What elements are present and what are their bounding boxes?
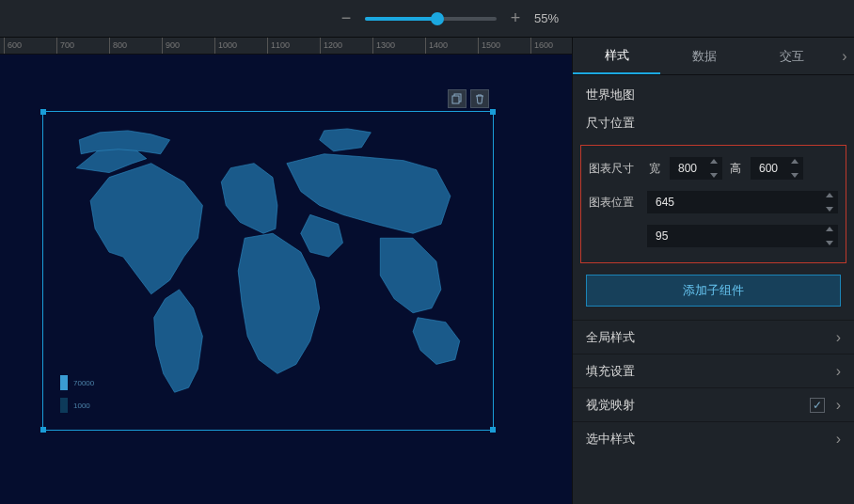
- section-fill-settings[interactable]: 填充设置 ›: [573, 354, 854, 387]
- main-area: 6007008009001000110012001300140015001600: [0, 38, 854, 504]
- ruler-tick: 1400: [425, 38, 448, 54]
- ruler-tick: 1500: [478, 38, 500, 54]
- world-map-component[interactable]: 70000 1000: [42, 111, 494, 431]
- zoom-percent-label: 55%: [534, 11, 559, 25]
- tabs-more-button[interactable]: ›: [835, 38, 854, 74]
- pos-x-input[interactable]: [647, 191, 838, 213]
- global-style-label: 全局样式: [586, 329, 635, 346]
- top-toolbar: − + 55%: [0, 0, 854, 38]
- height-label: 高: [730, 161, 741, 177]
- pos-y-input[interactable]: [647, 225, 838, 247]
- select-style-label: 选中样式: [586, 431, 635, 448]
- chart-size-row: 图表尺寸 宽 高: [589, 151, 838, 185]
- panel-tabs: 样式 数据 交互 ›: [573, 38, 854, 75]
- chart-pos-y-row: [589, 219, 838, 253]
- ruler-tick: 900: [162, 38, 180, 54]
- chart-pos-x-row: 图表位置: [589, 185, 838, 219]
- height-stepper[interactable]: [788, 159, 801, 178]
- ruler-tick: 1000: [214, 38, 237, 54]
- delete-icon[interactable]: [470, 89, 489, 108]
- resize-handle-bl[interactable]: [40, 427, 46, 433]
- tab-interaction[interactable]: 交互: [748, 38, 835, 74]
- legend-min-label: 1000: [73, 402, 90, 410]
- section-visual-map[interactable]: 视觉映射 ✓ ›: [573, 387, 854, 421]
- map-legend: 70000 1000: [60, 375, 94, 413]
- size-position-group: 图表尺寸 宽 高 图表位置: [580, 145, 846, 263]
- resize-handle-tl[interactable]: [40, 109, 46, 115]
- tab-data[interactable]: 数据: [660, 38, 748, 74]
- ruler-tick: 800: [109, 38, 127, 54]
- chart-pos-label: 图表位置: [589, 195, 641, 211]
- chevron-right-icon: ›: [836, 363, 841, 380]
- legend-item-max: 70000: [60, 375, 94, 390]
- svg-rect-1: [452, 96, 459, 103]
- ruler-horizontal: 6007008009001000110012001300140015001600: [0, 38, 572, 55]
- chevron-right-icon: ›: [836, 329, 841, 346]
- panel-body: 世界地图 尺寸位置 图表尺寸 宽 高 图表位置: [573, 75, 854, 504]
- world-map-svg: [43, 112, 493, 430]
- chart-size-label: 图表尺寸: [589, 161, 641, 177]
- chevron-right-icon: ›: [836, 397, 841, 414]
- ruler-tick: 1100: [267, 38, 290, 54]
- ruler-tick: 600: [4, 38, 22, 54]
- resize-handle-tr[interactable]: [490, 109, 496, 115]
- size-position-title: 尺寸位置: [573, 111, 854, 139]
- visual-map-label: 视觉映射: [586, 397, 635, 414]
- chevron-right-icon: ›: [836, 431, 841, 448]
- ruler-tick: 1200: [320, 38, 342, 54]
- width-stepper[interactable]: [707, 159, 720, 178]
- copy-icon[interactable]: [448, 89, 467, 108]
- visual-map-checkbox[interactable]: ✓: [810, 398, 825, 413]
- tab-style[interactable]: 样式: [573, 38, 660, 74]
- zoom-in-button[interactable]: +: [508, 11, 523, 26]
- canvas-area: 6007008009001000110012001300140015001600: [0, 38, 572, 504]
- chevron-right-icon: ›: [842, 48, 846, 65]
- add-subcomponent-button[interactable]: 添加子组件: [586, 275, 841, 307]
- ruler-tick: 1300: [372, 38, 395, 54]
- pos-y-stepper[interactable]: [823, 227, 836, 245]
- width-label: 宽: [649, 161, 660, 177]
- section-select-style[interactable]: 选中样式 ›: [573, 421, 854, 455]
- component-title: 世界地图: [573, 75, 854, 111]
- canvas-viewport[interactable]: 70000 1000: [0, 55, 572, 504]
- zoom-controls: − + 55%: [339, 11, 559, 26]
- section-global-style[interactable]: 全局样式 ›: [573, 320, 854, 354]
- resize-handle-br[interactable]: [490, 427, 496, 433]
- zoom-out-button[interactable]: −: [339, 11, 354, 26]
- selection-toolbar: [448, 89, 489, 108]
- properties-panel: 样式 数据 交互 › 世界地图 尺寸位置 图表尺寸 宽 高: [572, 38, 854, 504]
- pos-x-stepper[interactable]: [823, 193, 836, 212]
- fill-settings-label: 填充设置: [586, 363, 635, 380]
- ruler-tick: 700: [56, 38, 74, 54]
- ruler-tick: 1600: [530, 38, 553, 54]
- legend-item-min: 1000: [60, 398, 94, 413]
- zoom-slider[interactable]: [365, 17, 497, 21]
- legend-max-label: 70000: [73, 379, 94, 387]
